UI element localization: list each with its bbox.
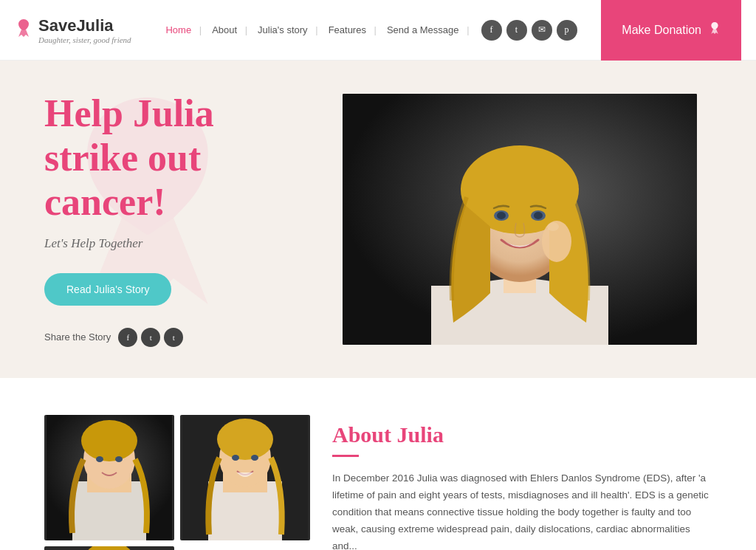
nav-about[interactable]: About	[202, 24, 247, 35]
ribbon-icon	[15, 18, 32, 43]
read-story-button[interactable]: Read Julia's Story	[44, 273, 171, 306]
svg-point-25	[217, 419, 273, 460]
svg-point-10	[534, 212, 543, 219]
svg-point-12	[547, 222, 559, 231]
nav-send-message[interactable]: Send a Message	[377, 24, 470, 35]
about-section: About Julia In December 2016 Julia was d…	[0, 378, 756, 550]
svg-point-26	[232, 455, 239, 461]
nav-features[interactable]: Features	[318, 24, 377, 35]
share-label: Share the Story	[44, 331, 111, 343]
header-social-icons: f t ✉ p	[481, 20, 577, 41]
hero-subtitle: Let's Help Together	[44, 236, 313, 251]
svg-point-20	[115, 456, 123, 462]
svg-point-9	[497, 212, 506, 219]
nav-home[interactable]: Home	[155, 24, 202, 35]
pinterest-icon[interactable]: p	[557, 20, 577, 41]
share-twitter-icon[interactable]: t	[141, 328, 160, 347]
logo: SaveJulia Daughter, sister, good friend	[15, 16, 131, 44]
header: SaveJulia Daughter, sister, good friend …	[0, 0, 756, 61]
hero-image	[343, 94, 697, 345]
nav-julias-story[interactable]: Julia's story	[247, 24, 318, 35]
about-text: About Julia In December 2016 Julia was d…	[332, 415, 712, 550]
twitter-icon[interactable]: t	[506, 20, 527, 41]
about-image-3	[44, 546, 174, 550]
logo-title: SaveJulia	[38, 16, 131, 35]
about-images	[44, 415, 310, 550]
make-donation-button[interactable]: Make Donation	[601, 0, 741, 61]
share-facebook-icon[interactable]: f	[118, 328, 137, 347]
svg-point-18	[81, 420, 137, 461]
about-body: In December 2016 Julia was diagnosed wit…	[332, 470, 712, 550]
about-divider	[332, 455, 359, 457]
svg-point-32	[85, 546, 134, 550]
svg-point-19	[96, 456, 103, 462]
share-area: Share the Story f t t	[44, 328, 313, 347]
share-social-icons: f t t	[118, 328, 183, 347]
email-icon[interactable]: ✉	[532, 20, 552, 41]
donation-ribbon-icon	[709, 21, 721, 39]
hero-section: Help Julia strike out cancer! Let's Help…	[0, 61, 756, 378]
facebook-icon[interactable]: f	[481, 20, 502, 41]
donation-button-label: Make Donation	[622, 24, 701, 37]
about-image-1	[44, 415, 174, 540]
about-image-2	[180, 415, 310, 540]
about-heading: About Julia	[332, 422, 712, 447]
main-nav: Home About Julia's story Features Send a…	[155, 20, 577, 41]
hero-content: Help Julia strike out cancer! Let's Help…	[44, 92, 343, 346]
logo-subtitle: Daughter, sister, good friend	[38, 35, 131, 44]
svg-point-27	[251, 455, 258, 461]
logo-text: SaveJulia Daughter, sister, good friend	[38, 16, 131, 44]
share-tumblr-icon[interactable]: t	[164, 328, 183, 347]
hero-title: Help Julia strike out cancer!	[44, 92, 313, 224]
